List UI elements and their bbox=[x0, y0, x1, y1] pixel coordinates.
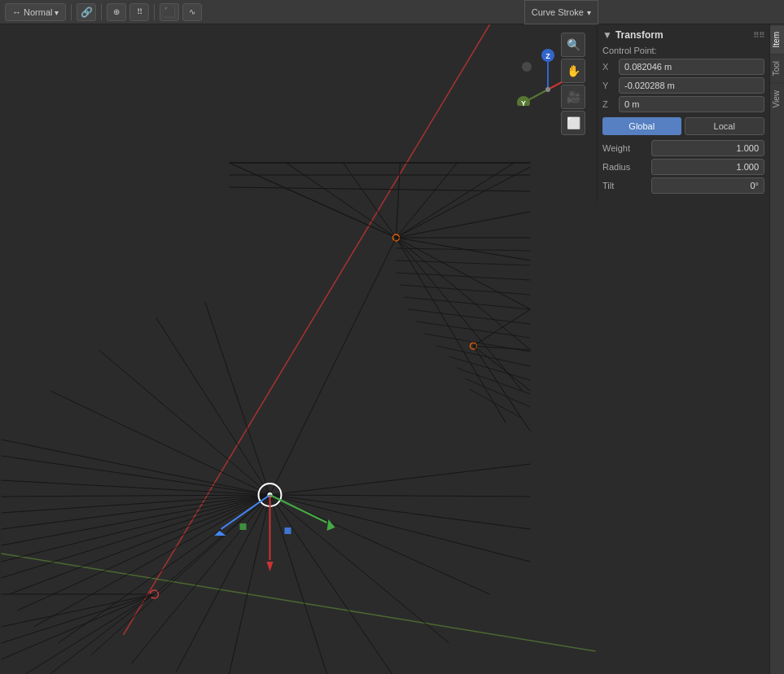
scene-svg bbox=[0, 24, 597, 674]
curve-stroke-dropdown[interactable]: Curve Stroke bbox=[524, 0, 598, 24]
cube-btn[interactable]: ⬜ bbox=[561, 111, 585, 135]
svg-text:Z: Z bbox=[545, 52, 550, 60]
local-button[interactable]: Local bbox=[685, 117, 765, 135]
svg-point-96 bbox=[545, 87, 550, 92]
right-panel: ▼ Transform ⠿⠿ Control Point: X 0.082046… bbox=[597, 24, 784, 674]
tilt-row: Tilt 0° bbox=[602, 177, 764, 194]
y-value[interactable]: -0.020288 m bbox=[619, 77, 764, 94]
mode-chevron bbox=[55, 7, 59, 17]
weight-row: Weight 1.000 bbox=[602, 140, 764, 156]
tilt-value[interactable]: 0° bbox=[651, 177, 764, 194]
separator-1 bbox=[71, 4, 72, 20]
curve-stroke-label: Curve Stroke bbox=[532, 7, 584, 17]
viewport-3d[interactable] bbox=[0, 24, 597, 674]
cursor-btn[interactable]: ⊕ bbox=[107, 3, 126, 21]
z-value[interactable]: 0 m bbox=[619, 96, 764, 112]
radius-row: Radius 1.000 bbox=[602, 159, 764, 175]
mode-icon: ↔ bbox=[12, 7, 21, 17]
separator-2 bbox=[101, 4, 102, 20]
panel-tabs: Item Tool View bbox=[769, 24, 784, 674]
transform-title: Transform bbox=[615, 29, 664, 41]
wave-btn[interactable]: ∿ bbox=[182, 3, 202, 21]
zoom-in-btn[interactable]: 🔍 bbox=[561, 33, 585, 57]
camera-btn[interactable]: 🎥 bbox=[561, 85, 585, 109]
mode-label: Normal bbox=[24, 7, 52, 17]
link-btn[interactable]: 🔗 bbox=[77, 3, 96, 21]
svg-point-98 bbox=[522, 62, 532, 72]
svg-rect-0 bbox=[2, 24, 596, 674]
separator-3 bbox=[154, 4, 155, 20]
grid-dots-btn[interactable]: ⠿ bbox=[129, 3, 149, 21]
right-tool-icons: 🔍 ✋ 🎥 ⬜ bbox=[561, 33, 589, 135]
x-label: X bbox=[602, 62, 619, 72]
radius-value[interactable]: 1.000 bbox=[651, 159, 764, 175]
mode-selector[interactable]: ↔ Normal bbox=[5, 3, 66, 21]
control-point-label: Control Point: bbox=[602, 46, 764, 55]
y-row: Y -0.020288 m bbox=[602, 77, 764, 94]
tilt-label: Tilt bbox=[602, 181, 651, 190]
z-label: Z bbox=[602, 99, 619, 109]
transform-section-header: ▼ Transform ⠿⠿ bbox=[602, 29, 764, 41]
global-button[interactable]: Global bbox=[602, 117, 681, 135]
svg-rect-86 bbox=[285, 527, 291, 534]
z-row: Z 0 m bbox=[602, 96, 764, 112]
item-tab[interactable]: Item bbox=[770, 24, 784, 54]
coord-button-row: Global Local bbox=[602, 117, 764, 135]
weight-label: Weight bbox=[602, 143, 651, 153]
hand-pan-btn[interactable]: ✋ bbox=[561, 59, 585, 83]
svg-rect-85 bbox=[240, 523, 247, 530]
x-row: X 0.082046 m bbox=[602, 59, 764, 75]
radius-label: Radius bbox=[602, 162, 651, 172]
drag-handle: ⠿⠿ bbox=[753, 31, 764, 40]
curve-stroke-chevron bbox=[587, 7, 591, 17]
svg-text:Y: Y bbox=[521, 99, 526, 106]
transform-triangle: ▼ bbox=[602, 29, 612, 41]
x-value[interactable]: 0.082046 m bbox=[619, 59, 764, 75]
solid-btn[interactable]: ⬛ bbox=[160, 3, 179, 21]
tool-tab[interactable]: Tool bbox=[770, 54, 784, 82]
panel-content: ▼ Transform ⠿⠿ Control Point: X 0.082046… bbox=[597, 24, 769, 201]
y-label: Y bbox=[602, 81, 619, 90]
view-tab[interactable]: View bbox=[770, 83, 784, 115]
top-toolbar: ↔ Normal 🔗 ⊕ ⠿ ⬛ ∿ bbox=[0, 0, 784, 24]
weight-value[interactable]: 1.000 bbox=[651, 140, 764, 156]
